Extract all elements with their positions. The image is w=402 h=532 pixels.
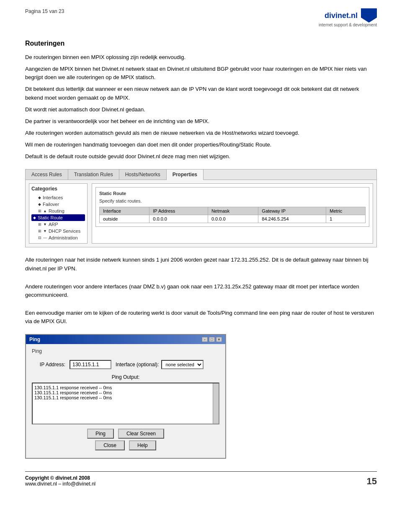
ping-ip-row: IP Address: Interface (optional): none s… xyxy=(32,360,219,369)
contact-info: www.divinet.nl – info@divinet.nl xyxy=(25,481,95,487)
properties-panel: Access Rules Translation Rules Hosts/Net… xyxy=(25,169,377,247)
specify-text: Specify static routes. xyxy=(99,198,366,203)
paragraph-7: Wil men de routeringen handmatig toevoeg… xyxy=(25,141,377,149)
categories-title: Categories xyxy=(31,186,85,192)
ping-subtitle: Ping xyxy=(32,348,219,354)
tab-translation-rules[interactable]: Translation Rules xyxy=(68,170,119,180)
table-row: outside 0.0.0.0 0.0.0.0 84.246.5.254 1 xyxy=(100,215,366,223)
tree-item-dhcp[interactable]: ⊞ ▼ DHCP Services xyxy=(31,228,85,234)
dhcp-expand-icon: ⊞ xyxy=(38,229,41,233)
cell-ip: 0.0.0.0 xyxy=(149,215,208,223)
post-para-1: Alle routeringen naar het inside netwerk… xyxy=(25,256,377,272)
cell-metric: 1 xyxy=(326,215,366,223)
logo-text: divinet.nl xyxy=(325,11,358,20)
static-route-label: Static Route xyxy=(38,215,63,220)
page-footer: Copyright © divinet.nl 2008 www.divinet.… xyxy=(25,471,377,487)
ip-label: IP Address: xyxy=(32,362,65,368)
page-number: Pagina 15 van 23 xyxy=(25,8,64,14)
static-route-group-title: Static Route xyxy=(99,191,366,196)
interfaces-icon: ◆ xyxy=(38,195,41,200)
clear-screen-button[interactable]: Clear Screen xyxy=(118,429,164,439)
footer-page-number: 15 xyxy=(367,476,377,487)
dhcp-icon: ▼ xyxy=(43,229,47,233)
close-button[interactable]: × xyxy=(216,337,222,342)
paragraph-1: De routeringen binnen een MPIX oplossing… xyxy=(25,53,377,62)
logo-sub: internet support & development xyxy=(319,23,377,27)
paragraph-8: Default is de default route outside gevu… xyxy=(25,152,377,161)
failover-label: Failover xyxy=(43,202,59,207)
tree-item-interfaces[interactable]: ◆ Interfaces xyxy=(31,194,85,201)
interface-option: Interface (optional): none selected xyxy=(116,360,204,369)
arp-icon: ▼ xyxy=(43,222,47,226)
ping-window-title: Ping xyxy=(29,337,40,342)
interfaces-label: Interfaces xyxy=(43,195,63,200)
dhcp-label: DHCP Services xyxy=(49,229,80,234)
page-header: Pagina 15 van 23 divinet.nl internet sup… xyxy=(25,8,377,27)
close-ping-button[interactable]: Close xyxy=(95,440,125,450)
routing-icon: ▲ xyxy=(43,209,47,213)
footer-left: Copyright © divinet.nl 2008 www.divinet.… xyxy=(25,475,95,487)
ping-output-box: 130.115.1.1 response received -- 0ms 130… xyxy=(32,383,219,424)
output-line-2: 130.115.1.1 response received -- 0ms xyxy=(34,390,217,395)
ping-output-label: Ping Output: xyxy=(32,374,219,380)
ping-button[interactable]: Ping xyxy=(87,429,114,439)
output-scrollbar[interactable] xyxy=(213,383,219,424)
minimize-button[interactable]: - xyxy=(202,337,208,342)
interface-select[interactable]: none selected xyxy=(161,360,204,369)
tree-item-routing[interactable]: ⊞ ▲ Routing xyxy=(31,208,85,214)
col-metric: Metric xyxy=(326,207,366,215)
failover-icon: ◆ xyxy=(38,202,41,206)
tab-hosts-networks[interactable]: Hosts/Networks xyxy=(119,170,167,180)
output-line-3: 130.115.1.1 response received -- 0ms xyxy=(34,395,217,400)
content-area: Static Route Specify static routes. Inte… xyxy=(92,183,373,244)
static-route-icon: ◆ xyxy=(33,216,36,220)
paragraph-3: Dit betekent dus letterlijk dat wanneer … xyxy=(25,85,377,102)
section-title: Routeringen xyxy=(25,40,377,47)
tree-item-admin[interactable]: ⊟ — Administration xyxy=(31,234,85,241)
post-para-3: Een eenvoudige manier om te kijken of de… xyxy=(25,309,377,326)
arp-expand-icon: ⊞ xyxy=(38,222,41,226)
ping-titlebar: Ping - □ × xyxy=(26,335,225,344)
col-interface: Interface xyxy=(100,207,149,215)
sidebar-tree: Categories ◆ Interfaces ◆ Failover ⊞ ▲ R… xyxy=(29,183,88,244)
expand-icon: ⊞ xyxy=(38,209,41,213)
routing-label: Routing xyxy=(49,208,64,213)
help-button[interactable]: Help xyxy=(129,440,156,450)
paragraph-2: Aangezien de MPIX binnen het Divinet.nl … xyxy=(25,65,377,82)
col-ip-address: IP Address xyxy=(149,207,208,215)
admin-label: Administration xyxy=(49,235,78,240)
output-line-1: 130.115.1.1 response received -- 0ms xyxy=(34,385,217,390)
tree-item-failover[interactable]: ◆ Failover xyxy=(31,201,85,208)
ping-close-row: Close Help xyxy=(32,440,219,450)
tab-properties[interactable]: Properties xyxy=(167,170,204,180)
cell-interface: outside xyxy=(100,215,149,223)
post-para-2: Andere routeringen voor andere interface… xyxy=(25,283,377,299)
paragraph-5: De partner is verantwoordelijk voor het … xyxy=(25,117,377,126)
paragraph-6: Alle routeringen worden automatisch gevu… xyxy=(25,129,377,137)
copyright: Copyright © divinet.nl 2008 xyxy=(25,475,95,481)
tab-row: Access Rules Translation Rules Hosts/Net… xyxy=(26,170,376,180)
cell-gateway: 84.246.5.254 xyxy=(258,215,326,223)
admin-expand-icon: ⊟ xyxy=(38,236,41,240)
tree-item-static-route[interactable]: ◆ Static Route xyxy=(31,214,85,221)
tree-item-arp[interactable]: ⊞ ▼ ARP xyxy=(31,221,85,228)
col-netmask: Netmask xyxy=(208,207,258,215)
tab-access-rules[interactable]: Access Rules xyxy=(26,170,68,180)
logo-icon xyxy=(361,8,377,23)
titlebar-buttons: - □ × xyxy=(202,337,222,342)
admin-icon: — xyxy=(43,236,47,240)
interface-label: Interface (optional): xyxy=(116,362,159,368)
cell-netmask: 0.0.0.0 xyxy=(208,215,258,223)
ping-window: Ping - □ × Ping IP Address: Interface (o… xyxy=(25,334,226,459)
logo-area: divinet.nl internet support & developmen… xyxy=(319,8,377,27)
ping-buttons: Ping Clear Screen xyxy=(32,429,219,439)
ip-input[interactable] xyxy=(70,360,111,369)
col-gateway-ip: Gateway IP xyxy=(258,207,326,215)
static-route-group: Static Route Specify static routes. Inte… xyxy=(95,187,369,227)
panel-body: Categories ◆ Interfaces ◆ Failover ⊞ ▲ R… xyxy=(26,180,376,247)
maximize-button[interactable]: □ xyxy=(209,337,215,342)
ping-content: Ping IP Address: Interface (optional): n… xyxy=(26,344,225,458)
arp-label: ARP xyxy=(49,222,58,227)
paragraph-4: Dit wordt niet automatisch door Divinet.… xyxy=(25,105,377,114)
route-table: Interface IP Address Netmask Gateway IP … xyxy=(99,207,366,223)
